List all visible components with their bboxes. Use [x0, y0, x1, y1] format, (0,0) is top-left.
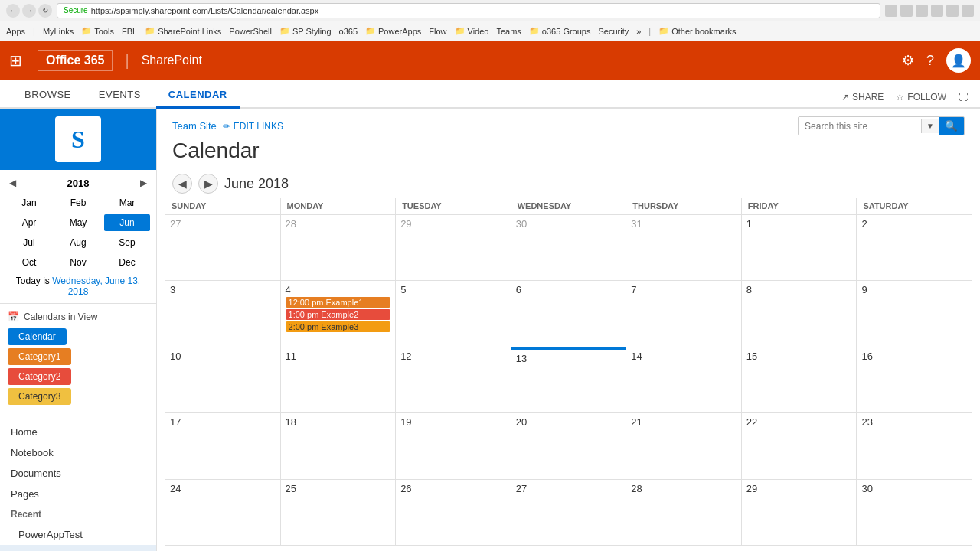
- user-avatar[interactable]: 👤: [946, 48, 971, 73]
- search-box[interactable]: ▼ 🔍: [798, 116, 965, 135]
- cal-cell-w2-d5[interactable]: 15: [742, 347, 858, 412]
- mini-cal-next[interactable]: ▶: [137, 176, 150, 190]
- breadcrumb-team-site[interactable]: Team Site: [172, 120, 217, 132]
- cal-cell-w2-d0[interactable]: 10: [165, 347, 281, 412]
- bookmark-flow[interactable]: Flow: [429, 27, 446, 36]
- bookmark-other[interactable]: Other bookmarks: [658, 26, 736, 36]
- forward-button[interactable]: →: [22, 4, 36, 18]
- nav-calendar[interactable]: Calendar: [0, 545, 156, 551]
- o365-app-name[interactable]: Office 365: [38, 50, 113, 71]
- nav-notebook[interactable]: Notebook: [0, 442, 156, 463]
- cal-cell-w0-d0[interactable]: 27: [165, 215, 281, 280]
- cal-cell-w3-d3[interactable]: 20: [511, 413, 627, 478]
- month-aug[interactable]: Aug: [55, 234, 101, 251]
- cal-cell-w4-d6[interactable]: 30: [857, 480, 972, 545]
- bookmark-o365[interactable]: o365: [339, 27, 358, 36]
- month-dec[interactable]: Dec: [104, 254, 150, 271]
- mini-cal-prev[interactable]: ◀: [6, 176, 19, 190]
- month-jan[interactable]: Jan: [6, 194, 52, 211]
- calendar-badge-1[interactable]: Category1: [8, 348, 149, 368]
- badge-category2[interactable]: Category2: [8, 368, 71, 385]
- month-nov[interactable]: Nov: [55, 254, 101, 271]
- calendar-badge-3[interactable]: Category3: [8, 388, 149, 408]
- badge-calendar[interactable]: Calendar: [8, 328, 67, 345]
- cal-cell-w3-d4[interactable]: 21: [626, 413, 742, 478]
- tab-calendar[interactable]: CALENDAR: [156, 83, 240, 109]
- cal-cell-w1-d2[interactable]: 5: [396, 281, 511, 346]
- bookmark-video[interactable]: Video: [455, 26, 489, 36]
- cal-cell-w4-d1[interactable]: 25: [281, 480, 397, 545]
- cal-cell-w2-d1[interactable]: 11: [281, 347, 397, 412]
- settings-icon[interactable]: ⚙: [902, 52, 914, 69]
- cal-cell-w1-d1[interactable]: 412:00 pm Example11:00 pm Example22:00 p…: [281, 281, 397, 346]
- month-feb[interactable]: Feb: [55, 194, 101, 211]
- share-action[interactable]: ↗ SHARE: [841, 92, 884, 103]
- cal-cell-w3-d0[interactable]: 17: [165, 413, 281, 478]
- cal-cell-w1-d4[interactable]: 7: [626, 281, 742, 346]
- cal-cell-w1-d6[interactable]: 9: [857, 281, 972, 346]
- cal-event-1-1-1[interactable]: 1:00 pm Example2: [286, 309, 391, 320]
- bookmark-powerapps[interactable]: PowerApps: [365, 26, 421, 36]
- cal-cell-w4-d4[interactable]: 28: [626, 480, 742, 545]
- badge-category1[interactable]: Category1: [8, 348, 71, 365]
- search-input[interactable]: [799, 118, 921, 135]
- cal-cell-w0-d1[interactable]: 28: [281, 215, 397, 280]
- nav-documents[interactable]: Documents: [0, 463, 156, 484]
- nav-pages[interactable]: Pages: [0, 484, 156, 504]
- cal-cell-w2-d6[interactable]: 16: [857, 347, 972, 412]
- cal-cell-w0-d4[interactable]: 31: [626, 215, 742, 280]
- help-icon[interactable]: ?: [926, 53, 934, 69]
- today-link[interactable]: Wednesday, June 13, 2018: [52, 276, 140, 297]
- month-jun[interactable]: Jun: [104, 214, 150, 231]
- bookmark-o365groups[interactable]: o365 Groups: [529, 26, 591, 36]
- badge-category3[interactable]: Category3: [8, 388, 71, 405]
- cal-cell-w3-d2[interactable]: 19: [396, 413, 511, 478]
- search-dropdown[interactable]: ▼: [921, 119, 939, 133]
- cal-next-button[interactable]: ▶: [198, 174, 218, 194]
- bookmark-sharepoint-links[interactable]: SharePoint Links: [145, 26, 221, 36]
- month-sep[interactable]: Sep: [104, 234, 150, 251]
- cal-cell-w0-d6[interactable]: 2: [857, 215, 972, 280]
- browser-nav[interactable]: ← → ↻: [6, 4, 52, 18]
- cal-cell-w1-d3[interactable]: 6: [511, 281, 627, 346]
- cal-cell-w4-d5[interactable]: 29: [742, 480, 858, 545]
- cal-cell-w0-d3[interactable]: 30: [511, 215, 627, 280]
- bookmark-security[interactable]: Security: [598, 27, 629, 36]
- calendar-badge-2[interactable]: Category2: [8, 368, 149, 388]
- cal-cell-w0-d2[interactable]: 29: [396, 215, 511, 280]
- nav-home[interactable]: Home: [0, 422, 156, 442]
- bookmark-mylinks[interactable]: MyLinks: [43, 27, 74, 36]
- reload-button[interactable]: ↻: [38, 4, 52, 18]
- cal-cell-w0-d5[interactable]: 1: [742, 215, 858, 280]
- bookmark-tools[interactable]: Tools: [81, 26, 114, 36]
- follow-action[interactable]: ☆ FOLLOW: [896, 92, 946, 103]
- month-jul[interactable]: Jul: [6, 234, 52, 251]
- month-may[interactable]: May: [55, 214, 101, 231]
- cal-cell-w4-d2[interactable]: 26: [396, 480, 511, 545]
- focus-action[interactable]: ⛶: [959, 92, 968, 103]
- calendar-badge-0[interactable]: Calendar: [8, 328, 149, 348]
- cal-cell-w4-d0[interactable]: 24: [165, 480, 281, 545]
- cal-cell-w1-d0[interactable]: 3: [165, 281, 281, 346]
- cal-cell-w4-d3[interactable]: 27: [511, 480, 627, 545]
- back-button[interactable]: ←: [6, 4, 20, 18]
- bookmark-fbl[interactable]: FBL: [122, 27, 137, 36]
- edit-links[interactable]: ✏ EDIT LINKS: [223, 121, 283, 132]
- cal-prev-button[interactable]: ◀: [172, 174, 192, 194]
- search-button[interactable]: 🔍: [939, 117, 964, 135]
- cal-cell-w3-d1[interactable]: 18: [281, 413, 397, 478]
- cal-cell-w3-d6[interactable]: 23: [857, 413, 972, 478]
- cal-cell-w2-d4[interactable]: 14: [626, 347, 742, 412]
- cal-cell-w1-d5[interactable]: 8: [742, 281, 858, 346]
- month-apr[interactable]: Apr: [6, 214, 52, 231]
- tab-events[interactable]: EVENTS: [87, 83, 153, 109]
- bookmark-sp-styling[interactable]: SP Styling: [279, 26, 332, 36]
- bookmark-powershell[interactable]: PowerShell: [229, 27, 272, 36]
- bookmark-teams[interactable]: Teams: [496, 27, 521, 36]
- waffle-icon[interactable]: ⊞: [9, 51, 22, 70]
- address-bar[interactable]: Secure https://spsimply.sharepoint.com/L…: [57, 3, 880, 18]
- month-mar[interactable]: Mar: [104, 194, 150, 211]
- cal-cell-w2-d3[interactable]: 13: [511, 347, 627, 412]
- tab-browse[interactable]: BROWSE: [12, 83, 83, 109]
- cal-event-1-1-2[interactable]: 2:00 pm Example3: [286, 321, 391, 332]
